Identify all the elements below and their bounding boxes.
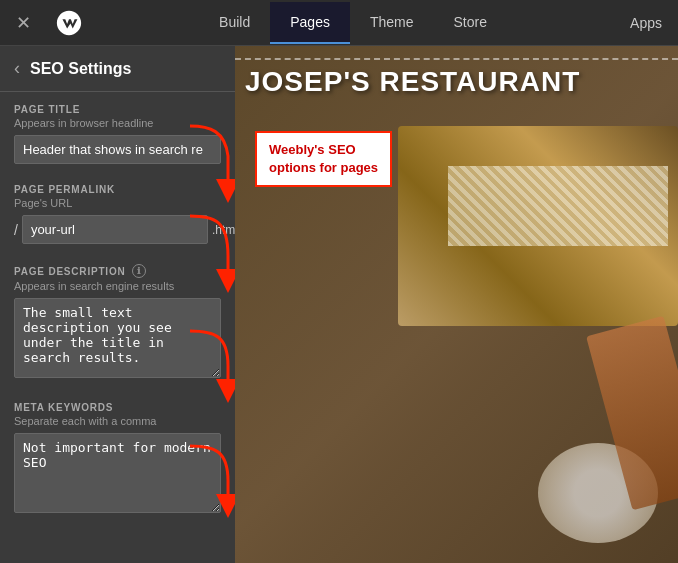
page-permalink-label: PAGE PERMALINK — [14, 184, 221, 195]
seo-tooltip: Weebly's SEO options for pages — [255, 131, 392, 187]
weebly-logo — [46, 9, 92, 37]
tab-build[interactable]: Build — [199, 2, 270, 44]
nav-right: Apps — [614, 3, 678, 43]
page-permalink-sublabel: Page's URL — [14, 197, 221, 209]
tab-store[interactable]: Store — [434, 2, 507, 44]
tab-apps[interactable]: Apps — [614, 3, 678, 43]
page-title-input[interactable] — [14, 135, 221, 164]
description-info-icon[interactable]: ℹ — [132, 264, 146, 278]
restaurant-header-area: JOSEP'S RESTAURANT — [245, 66, 668, 104]
page-description-label: PAGE DESCRIPTION ℹ — [14, 264, 221, 278]
seo-tooltip-container: Weebly's SEO options for pages — [255, 131, 392, 187]
nav-tabs: Build Pages Theme Store — [92, 2, 614, 44]
page-description-sublabel: Appears in search engine results — [14, 280, 221, 292]
top-nav: ✕ Build Pages Theme Store Apps — [0, 0, 678, 46]
close-button[interactable]: ✕ — [0, 12, 46, 34]
page-permalink-section: PAGE PERMALINK Page's URL / .html — [0, 172, 235, 252]
page-title-label: PAGE TITLE — [14, 104, 221, 115]
back-button[interactable]: ‹ — [14, 58, 20, 79]
food-image-cloth — [448, 166, 668, 246]
sidebar-header: ‹ SEO Settings — [0, 46, 235, 92]
page-url-input[interactable] — [22, 215, 208, 244]
meta-keywords-label: META KEYWORDS — [14, 402, 221, 413]
tab-pages[interactable]: Pages — [270, 2, 350, 44]
meta-keywords-textarea[interactable]: Not important for modern SEO — [14, 433, 221, 513]
dashed-top-border — [235, 58, 678, 60]
url-suffix: .html — [212, 223, 235, 237]
page-title-section: PAGE TITLE Appears in browser headline — [0, 92, 235, 172]
restaurant-title: JOSEP'S RESTAURANT — [245, 66, 668, 98]
content-background: JOSEP'S RESTAURANT Weebly's SEO options … — [235, 46, 678, 563]
meta-keywords-sublabel: Separate each with a comma — [14, 415, 221, 427]
meta-keywords-section: META KEYWORDS Separate each with a comma… — [0, 390, 235, 525]
close-icon: ✕ — [16, 12, 31, 34]
content-area: JOSEP'S RESTAURANT Weebly's SEO options … — [235, 46, 678, 563]
tab-theme[interactable]: Theme — [350, 2, 434, 44]
main-layout: ‹ SEO Settings PAGE TITLE Appears in bro… — [0, 46, 678, 563]
seo-tooltip-text: Weebly's SEO options for pages — [269, 142, 378, 175]
sidebar: ‹ SEO Settings PAGE TITLE Appears in bro… — [0, 46, 235, 563]
url-row: / .html — [14, 215, 221, 244]
sidebar-title: SEO Settings — [30, 60, 131, 78]
page-description-textarea[interactable]: The small text description you see under… — [14, 298, 221, 378]
page-title-sublabel: Appears in browser headline — [14, 117, 221, 129]
page-description-section: PAGE DESCRIPTION ℹ Appears in search eng… — [0, 252, 235, 390]
weebly-logo-icon — [55, 9, 83, 37]
url-slash: / — [14, 222, 18, 238]
